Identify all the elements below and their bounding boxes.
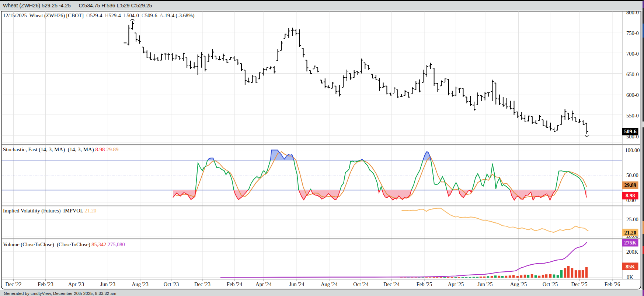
svg-text:Feb '24: Feb '24 xyxy=(227,281,243,287)
svg-text:750-0: 750-0 xyxy=(626,30,639,36)
svg-text:275K: 275K xyxy=(624,240,637,246)
svg-text:Feb '25: Feb '25 xyxy=(417,281,432,287)
svg-text:Oct '23: Oct '23 xyxy=(164,281,179,287)
svg-text:Generated by cmdtyView, Decemb: Generated by cmdtyView, December 20th 20… xyxy=(4,291,116,296)
svg-text:700-0: 700-0 xyxy=(626,51,639,57)
svg-text:Apr '24: Apr '24 xyxy=(255,281,272,287)
svg-text:600-0: 600-0 xyxy=(626,92,639,98)
svg-text:Dec '24: Dec '24 xyxy=(383,281,400,287)
svg-text:Aug '23: Aug '23 xyxy=(132,281,149,287)
svg-text:Jun '23: Jun '23 xyxy=(100,281,115,287)
svg-text:Apr '25: Apr '25 xyxy=(448,281,464,287)
svg-text:100.00: 100.00 xyxy=(625,147,640,153)
svg-text:21.20: 21.20 xyxy=(624,230,636,236)
svg-text:Aug '25: Aug '25 xyxy=(510,281,527,287)
svg-text:29.89: 29.89 xyxy=(624,182,636,188)
svg-text:Oct '24: Oct '24 xyxy=(353,281,369,287)
svg-text:800-0: 800-0 xyxy=(626,10,639,15)
svg-text:0K: 0K xyxy=(627,274,633,280)
svg-text:Dec '22: Dec '22 xyxy=(5,281,21,287)
svg-text:Oct '25: Oct '25 xyxy=(543,281,558,287)
svg-text:Jun '24: Jun '24 xyxy=(289,281,305,287)
svg-text:Aug '24: Aug '24 xyxy=(321,281,338,287)
svg-text:Apr '23: Apr '23 xyxy=(68,281,84,287)
svg-text:509-6: 509-6 xyxy=(624,128,637,134)
svg-text:25.00: 25.00 xyxy=(626,216,638,222)
svg-text:Wheat (ZWH26) 529.25 -4.25 — O: Wheat (ZWH26) 529.25 -4.25 — O:534.75 H:… xyxy=(3,2,152,8)
svg-text:8.98: 8.98 xyxy=(626,193,635,198)
svg-text:Dec '25: Dec '25 xyxy=(571,281,587,287)
svg-text:200K: 200K xyxy=(626,249,638,255)
svg-text:50.00: 50.00 xyxy=(626,172,638,178)
svg-text:Implied Volatility (Futures): Implied Volatility (Futures) IMPVOL 21.2… xyxy=(3,207,96,214)
svg-text:Jun '25: Jun '25 xyxy=(478,281,493,287)
svg-text:85K: 85K xyxy=(626,264,636,269)
svg-text:650-0: 650-0 xyxy=(626,71,639,77)
svg-text:Feb '26: Feb '26 xyxy=(605,281,620,287)
svg-text:Dec '23: Dec '23 xyxy=(194,281,210,287)
svg-text:Stochastic, Fast (14, 3, MA): Stochastic, Fast (14, 3, MA) (14, 3, MA)… xyxy=(3,146,119,153)
svg-text:Volume (CloseToClose) (CloseT: Volume (CloseToClose) (CloseToClose) 85,… xyxy=(3,242,125,248)
svg-text:12/15/2025 Wheat (ZWH26) [CBO: 12/15/2025 Wheat (ZWH26) [CBOT] O529-4 H… xyxy=(3,12,194,19)
svg-text:Feb '23: Feb '23 xyxy=(38,281,53,287)
svg-text:550-0: 550-0 xyxy=(626,113,639,119)
